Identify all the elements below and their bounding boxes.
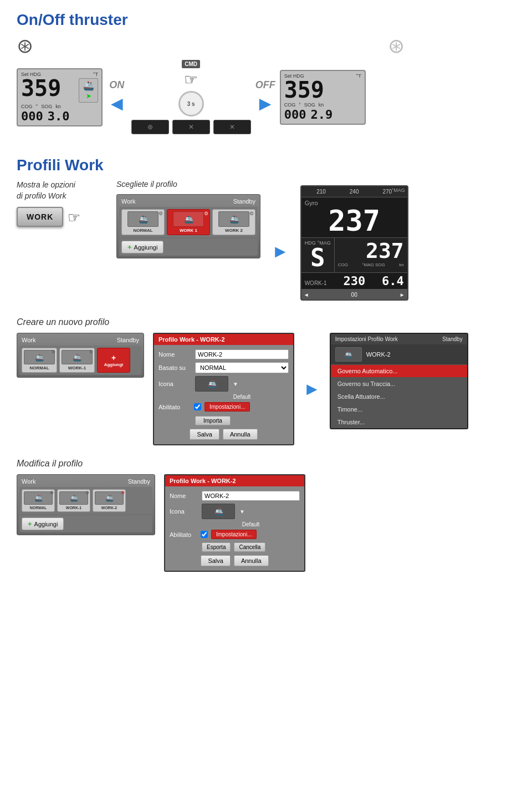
- imp-menu-item-0[interactable]: Governo Automatico...: [331, 365, 467, 378]
- default-label: Default: [195, 394, 289, 400]
- compass-big-num: 237: [305, 206, 404, 235]
- mod-default-label: Default: [202, 521, 300, 527]
- sog-val-on: 3.0: [48, 109, 70, 123]
- arc-label-270: 270: [382, 189, 392, 195]
- abilitato-label: Abilitato: [158, 404, 191, 410]
- cancella-button[interactable]: Cancella: [234, 542, 265, 552]
- profile-work1-label: WORK 1: [169, 228, 208, 233]
- imp-menu-item-3[interactable]: Timone...: [331, 403, 467, 416]
- btn-center-icon: ✕: [188, 123, 194, 131]
- btn-left[interactable]: ⊛: [131, 120, 169, 134]
- mag-sog-c: °MAG SOG: [362, 262, 385, 267]
- profile-normal-label: NORMAL: [124, 228, 162, 233]
- salva-button[interactable]: Salva: [190, 429, 219, 440]
- sog-unit-off: kn: [319, 102, 324, 108]
- imp-menu-item-2[interactable]: Scella Attuatore...: [331, 390, 467, 403]
- ruler-right: ►: [400, 292, 405, 298]
- compass-right-num: 237: [338, 240, 404, 261]
- add-plus-icon: +: [127, 243, 132, 251]
- mod-annulla-button[interactable]: Annulla: [234, 555, 269, 566]
- mod-work1-icon: ⚙: [85, 490, 89, 495]
- creare-add-button[interactable]: + Aggiungi: [97, 348, 130, 373]
- nome-input[interactable]: [195, 349, 289, 359]
- esporta-button[interactable]: Esporta: [202, 542, 231, 552]
- icona-boat-display: 🚢: [195, 376, 228, 392]
- profile-work2-label: WORK 2: [214, 228, 253, 233]
- impostazioni-panel: Impostazioni Profilo Work Standby 🚢 WORK…: [330, 333, 468, 429]
- profili-desc1: Mostra le opzioni: [17, 180, 105, 191]
- creare-section: Creare un nuovo profilo Work Standby 🚢 N…: [17, 317, 515, 445]
- panel-status: Standby: [233, 198, 255, 205]
- mod-icona-label: Icona: [170, 508, 197, 515]
- imp-work2-label: WORK-2: [366, 351, 391, 358]
- boat-indicator: 🚢 ➤: [79, 78, 98, 103]
- creare-profile-work1[interactable]: 🚢 WORK-1 ⚙: [59, 348, 95, 373]
- creare-normal-icon: ⚙: [52, 349, 55, 354]
- mod-abilitato-label: Abilitato: [170, 531, 197, 538]
- profile-normal[interactable]: 🚢 NORMAL ⚙: [121, 209, 165, 235]
- btn-left-icon: ⊛: [147, 123, 153, 131]
- mod-work2-icon: ⚙: [121, 490, 125, 495]
- icona-dropdown-icon[interactable]: ▼: [233, 381, 238, 387]
- mod-impostazioni-button[interactable]: Impostazioni...: [211, 530, 257, 539]
- on-label: ON: [109, 79, 124, 91]
- btn-right[interactable]: ✕: [213, 120, 251, 134]
- mod-abilitato-checkbox[interactable]: [201, 531, 208, 538]
- work-label-c: WORK-1: [305, 280, 327, 286]
- sog-unit-c: kn: [399, 262, 403, 267]
- importa-button[interactable]: Importa: [195, 416, 231, 425]
- profile-work2[interactable]: 🚢 WORK 2 ⚙: [212, 209, 255, 235]
- sog-label-off: SOG: [304, 102, 315, 108]
- gyro-label: Gyro: [305, 200, 318, 206]
- modifica-add-button[interactable]: + Aggiungi: [22, 517, 64, 530]
- imp-menu-item-4[interactable]: Thruster...: [331, 416, 467, 428]
- modifica-profile-work1[interactable]: 🚢 WORK-1 ⚙: [57, 489, 90, 512]
- mod-add-label: Aggiungi: [34, 521, 58, 527]
- heading-off: 359: [284, 79, 361, 101]
- mod-normal-lbl: NORMAL: [24, 506, 53, 510]
- onoff-section: On/Off thruster ⊛ ⊛ Set HDG °T 359 🚢 ➤: [17, 11, 515, 134]
- mod-icona-dropdown[interactable]: ▼: [239, 509, 245, 515]
- creare-work1-icon: ⚙: [89, 349, 93, 354]
- profili-title: Profili Work: [17, 156, 515, 174]
- modifica-profile-normal[interactable]: 🚢 NORMAL ⚙: [22, 489, 55, 512]
- icona-label: Icona: [158, 380, 191, 387]
- off-label: OFF: [255, 79, 275, 91]
- creare-dialog-header: Profilo Work - WORK-2: [154, 334, 293, 345]
- modifica-dialog: Profilo Work - WORK-2 Nome Icona 🚢 ▼ Def…: [164, 474, 305, 572]
- creare-panel-status: Standby: [117, 337, 139, 343]
- profile-work1-icon: ⚙: [204, 211, 208, 216]
- annulla-button[interactable]: Annulla: [223, 429, 258, 440]
- hdg-deg-off: °T: [356, 73, 361, 79]
- modifica-profile-work2[interactable]: 🚢 WORK-2 ⚙: [93, 489, 126, 512]
- impostazioni-button[interactable]: Impostazioni...: [204, 402, 250, 412]
- profile-work2-icon: ⚙: [249, 211, 254, 216]
- profili-desc2: di profilo Work: [17, 191, 105, 202]
- creare-normal-lbl: NORMAL: [24, 365, 55, 370]
- imp-title: Impostazioni Profilo Work: [335, 336, 398, 342]
- ruler-left: ◄: [304, 292, 309, 298]
- profile-work1[interactable]: 🚢 WORK 1 ⚙: [167, 209, 210, 235]
- abilitato-checkbox[interactable]: [194, 403, 201, 410]
- creare-profile-normal[interactable]: 🚢 NORMAL ⚙: [22, 348, 57, 373]
- work-button[interactable]: WORK: [17, 207, 63, 227]
- mod-nome-input[interactable]: [202, 491, 300, 501]
- add-button-profili[interactable]: + Aggiungi: [121, 241, 163, 253]
- modifica-panel-title: Work: [22, 478, 35, 485]
- onoff-title: On/Off thruster: [17, 11, 515, 29]
- cog-val-on: 000: [21, 109, 43, 123]
- sog-unit-on: kn: [55, 104, 61, 109]
- imp-menu-item-1[interactable]: Governo su Traccia...: [331, 378, 467, 390]
- btn-right-icon: ✕: [229, 123, 235, 131]
- btn-center[interactable]: ✕: [172, 120, 210, 134]
- mod-normal-icon: ⚙: [50, 490, 54, 495]
- thruster-wheel-on-icon: ⊛: [17, 34, 33, 58]
- cmd-box: CMD: [182, 60, 200, 68]
- hdg-deg-on: °T: [93, 72, 98, 77]
- compass-s: S: [305, 246, 331, 270]
- mod-salva-button[interactable]: Salva: [201, 555, 231, 566]
- panel-title: Work: [121, 198, 135, 205]
- arrow-right-icon: ►: [255, 92, 275, 115]
- basato-select[interactable]: NORMAL: [195, 362, 289, 373]
- thruster-wheel-off-icon: ⊛: [388, 34, 405, 58]
